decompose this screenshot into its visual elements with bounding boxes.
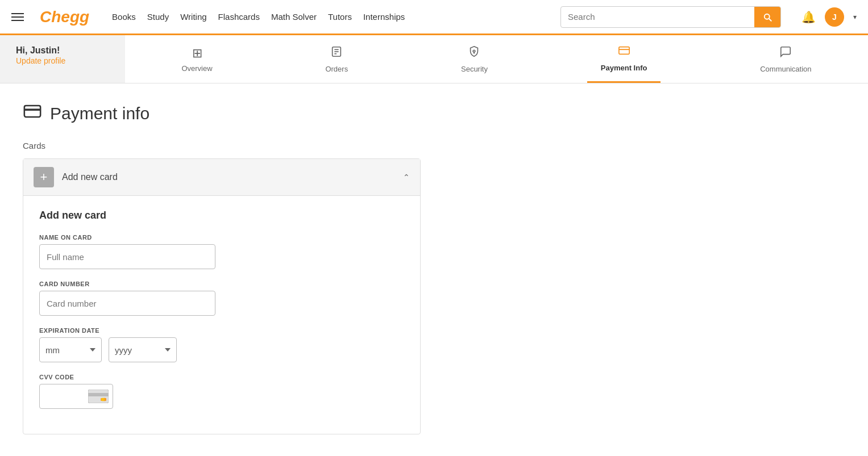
year-select[interactable]: yyyy 202420252026 202720282029 203020312… [109,337,177,362]
avatar[interactable]: J [825,7,844,27]
account-greeting: Hi, Justin! Update profile [0,35,125,83]
nav-study[interactable]: Study [147,12,169,22]
tab-security-label: Security [461,65,488,73]
search-button[interactable] [754,6,780,28]
expiry-group: EXPIRATION DATE mm 010203 040506 070809 … [39,327,404,362]
main-content: Payment info Cards + Add new card ⌃ Add … [0,83,512,453]
tab-overview[interactable]: ⊞ Overview [168,37,226,82]
hamburger-menu[interactable] [11,13,24,21]
nav-internships[interactable]: Internships [363,12,405,22]
section-label: Cards [23,141,489,150]
page-title-row: Payment info [23,102,489,125]
tab-security[interactable]: Security [447,36,501,82]
month-select[interactable]: mm 010203 040506 070809 101112 [39,337,102,362]
greeting-text: Hi, Justin! [16,45,109,56]
bell-icon[interactable]: 🔔 [801,10,816,24]
tab-communication-label: Communication [760,65,811,73]
add-card-header-label: Add new card [62,172,403,182]
add-card-title: Add new card [39,210,404,221]
card-number-group: CARD NUMBER [39,281,404,316]
expiry-row: mm 010203 040506 070809 101112 yyyy 2024… [39,337,404,362]
card-number-label: CARD NUMBER [39,281,404,287]
add-card-header[interactable]: + Add new card ⌃ [23,159,420,196]
nav-writing[interactable]: Writing [180,12,206,22]
search-input[interactable] [561,12,754,22]
avatar-chevron-icon[interactable]: ▾ [853,13,857,21]
svg-rect-11 [88,393,109,396]
search-bar [560,6,781,28]
chegg-logo: Chegg [40,8,89,26]
orders-icon [330,45,343,61]
payment-info-icon [618,44,630,60]
tab-payment-info[interactable]: Payment Info [587,35,661,83]
svg-point-4 [474,50,476,52]
cvv-card-icon [88,390,109,403]
update-profile-link[interactable]: Update profile [16,56,65,65]
payment-title-icon [23,102,42,125]
cvv-row [39,384,113,409]
account-nav: Hi, Justin! Update profile ⊞ Overview Or… [0,35,868,83]
nav-flashcards[interactable]: Flashcards [218,12,260,22]
tab-overview-label: Overview [181,64,212,73]
top-nav: Chegg Books Study Writing Flashcards Mat… [0,0,868,35]
svg-rect-6 [618,47,629,55]
name-on-card-group: NAME ON CARD [39,234,404,269]
overview-icon: ⊞ [192,46,202,61]
communication-icon [779,45,792,61]
nav-books[interactable]: Books [112,12,136,22]
nav-tutors[interactable]: Tutors [328,12,352,22]
svg-point-14 [101,398,105,401]
card-icon-svg [88,390,109,403]
search-icon [762,12,773,22]
expiry-label: EXPIRATION DATE [39,327,404,334]
card-number-input[interactable] [39,291,215,316]
tab-payment-label: Payment Info [601,64,647,72]
name-on-card-label: NAME ON CARD [39,234,404,241]
account-tabs: ⊞ Overview Orders Security Payment Info [125,35,868,83]
page-title: Payment info [50,104,149,123]
name-on-card-input[interactable] [39,244,215,269]
svg-rect-8 [24,106,40,117]
add-card-panel: + Add new card ⌃ Add new card NAME ON CA… [23,158,421,434]
cvv-group: CVV CODE [39,374,404,409]
nav-math-solver[interactable]: Math Solver [271,12,317,22]
add-card-body: Add new card NAME ON CARD CARD NUMBER EX… [23,196,420,434]
plus-button[interactable]: + [34,167,54,187]
nav-right: 🔔 J ▾ [801,7,857,27]
tab-communication[interactable]: Communication [746,36,825,82]
tab-orders[interactable]: Orders [312,36,362,82]
nav-links: Books Study Writing Flashcards Math Solv… [112,12,405,22]
security-icon [468,45,480,61]
collapse-icon[interactable]: ⌃ [403,173,410,182]
tab-orders-label: Orders [325,65,348,73]
cvv-label: CVV CODE [39,374,404,380]
